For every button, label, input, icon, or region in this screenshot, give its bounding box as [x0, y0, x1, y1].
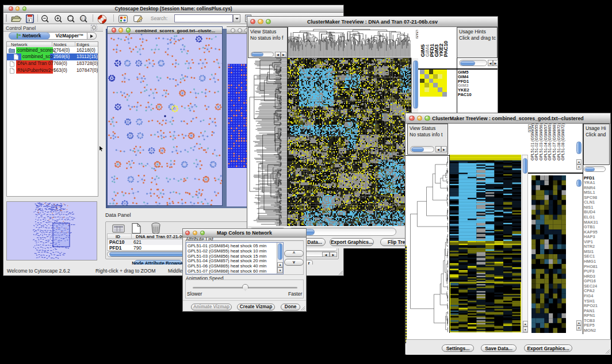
svg-text:1:1: 1:1: [81, 17, 85, 20]
